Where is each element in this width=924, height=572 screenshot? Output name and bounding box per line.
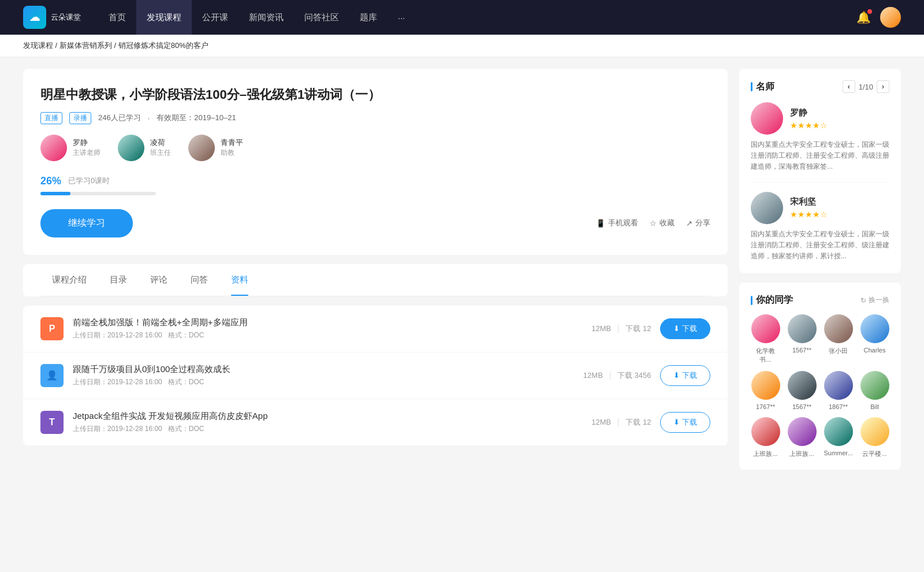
resource-item: T Jetpack全组件实战 开发短视频应用高仿皮皮虾App 上传日期：2019… xyxy=(23,399,728,445)
course-title: 明星中教授课，小学阶段语法100分–强化级第1讲动词（一） xyxy=(40,86,710,104)
classmate-item[interactable]: 1567** xyxy=(787,371,817,410)
tab-资料[interactable]: 资料 xyxy=(219,264,260,296)
panel-teacher-card: 罗静 ★★★★☆ 国内某重点大学安全工程专业硕士，国家一级注册消防工程师、注册安… xyxy=(751,102,889,183)
action-icon: ↗ xyxy=(686,219,692,228)
action-link-手机观看[interactable]: 📱手机观看 xyxy=(596,218,638,228)
nav-item-新闻资讯[interactable]: 新闻资讯 xyxy=(239,0,294,35)
nav-item-发现课程[interactable]: 发现课程 xyxy=(136,0,192,35)
breadcrumb-item[interactable]: 发现课程 xyxy=(23,41,53,50)
teacher-card-header: 罗静 ★★★★☆ xyxy=(751,102,889,135)
classmate-name: Charles xyxy=(864,347,886,354)
record-badge: 录播 xyxy=(69,112,91,124)
resource-info: Jetpack全组件实战 开发短视频应用高仿皮皮虾App 上传日期：2019-1… xyxy=(73,411,582,434)
classmates-panel-header: 你的同学 ↻ 换一换 xyxy=(751,294,889,306)
right-panel: 名师 ‹ 1/10 › 罗静 ★★★★☆ 国内某重点大学安全工程专业硕士，国家一… xyxy=(739,69,901,479)
resource-meta: 上传日期：2019-12-28 16:00 格式：DOC xyxy=(73,377,574,387)
tabs: 课程介绍目录评论问答资料 xyxy=(40,264,710,296)
resource-stats: 12MB 下载 12 xyxy=(591,324,651,334)
refresh-label: 换一换 xyxy=(869,295,889,305)
resource-name: 前端全栈加强版！前端全栈+全周期+多端应用 xyxy=(73,317,582,328)
classmate-item[interactable]: 1567** xyxy=(787,314,817,364)
breadcrumb-separator: / xyxy=(53,41,59,50)
classmate-name: 1767** xyxy=(756,403,775,410)
classmate-item[interactable]: 云平楼... xyxy=(860,417,889,458)
classmate-item[interactable]: 1867** xyxy=(824,371,853,410)
next-page-button[interactable]: › xyxy=(877,80,889,93)
download-button[interactable]: ⬇ 下载 xyxy=(660,412,710,433)
teacher-name: 青青平 xyxy=(221,138,243,148)
valid-until: 有效期至：2019–10–21 xyxy=(157,113,236,123)
nav-item-题库[interactable]: 题库 xyxy=(349,0,388,35)
tab-问答[interactable]: 问答 xyxy=(179,264,219,296)
logo-text: 云朵课堂 xyxy=(51,12,81,23)
live-badge: 直播 xyxy=(40,112,62,124)
classmate-avatar xyxy=(860,371,889,400)
nav-item-公开课[interactable]: 公开课 xyxy=(192,0,239,35)
classmate-item[interactable]: 张小田 xyxy=(824,314,853,364)
course-meta: 直播 录播 246人已学习 · 有效期至：2019–10–21 xyxy=(40,112,710,124)
resource-item: P 前端全栈加强版！前端全栈+全周期+多端应用 上传日期：2019-12-28 … xyxy=(23,306,728,352)
user-avatar[interactable] xyxy=(880,7,901,28)
breadcrumb-item: 销冠修炼术搞定80%的客户 xyxy=(118,41,208,50)
breadcrumb-item[interactable]: 新媒体营销系列 xyxy=(59,41,112,50)
classmate-item[interactable]: 1767** xyxy=(751,371,780,410)
resource-icon: T xyxy=(40,411,64,434)
refresh-classmates-button[interactable]: ↻ 换一换 xyxy=(860,295,889,305)
classmate-item[interactable]: 上班族... xyxy=(751,417,780,458)
logo-icon: ☁ xyxy=(23,6,46,29)
resource-item: 👤 跟随千万级项目从0到100全过程高效成长 上传日期：2019-12-28 1… xyxy=(23,352,728,399)
nav-item-···[interactable]: ··· xyxy=(388,0,416,35)
teacher-role: 班主任 xyxy=(150,148,171,158)
prev-page-button[interactable]: ‹ xyxy=(843,80,855,93)
progress-bar-fill xyxy=(40,192,70,195)
panel-teacher-desc: 国内某重点大学安全工程专业硕士，国家一级注册消防工程师、注册安全工程师、高级注册… xyxy=(751,139,889,173)
course-actions: 继续学习 📱手机观看☆收藏↗分享 xyxy=(40,209,710,237)
continue-learning-button[interactable]: 继续学习 xyxy=(40,209,133,237)
refresh-icon: ↻ xyxy=(860,296,866,304)
classmate-name: 上班族... xyxy=(789,450,814,458)
resource-info: 前端全栈加强版！前端全栈+全周期+多端应用 上传日期：2019-12-28 16… xyxy=(73,317,582,340)
resource-downloads: 下载 3456 xyxy=(617,370,651,381)
classmate-name: 上班族... xyxy=(753,450,777,458)
teacher-stars: ★★★★☆ xyxy=(790,121,828,130)
classmates-panel-title: 你的同学 xyxy=(751,294,793,306)
classmate-avatar xyxy=(751,417,780,446)
action-link-分享[interactable]: ↗分享 xyxy=(686,218,710,228)
teachers-panel: 名师 ‹ 1/10 › 罗静 ★★★★☆ 国内某重点大学安全工程专业硕士，国家一… xyxy=(739,69,901,273)
download-button[interactable]: ⬇ 下载 xyxy=(660,365,710,386)
divider xyxy=(618,325,619,333)
classmates-grid: 化学教书... 1567** 张小田 Charles 1767** 1567**… xyxy=(751,314,889,458)
classmate-name: 1567** xyxy=(792,403,811,410)
nav-item-问答社区[interactable]: 问答社区 xyxy=(294,0,349,35)
teacher-avatar xyxy=(118,135,144,161)
nav-item-首页[interactable]: 首页 xyxy=(98,0,136,35)
download-button[interactable]: ⬇ 下载 xyxy=(660,318,710,339)
panel-teacher-name: 罗静 xyxy=(790,107,828,118)
classmates-panel: 你的同学 ↻ 换一换 化学教书... 1567** 张小田 Charles 17… xyxy=(739,283,901,470)
classmate-name: 1867** xyxy=(829,403,848,410)
action-link-收藏[interactable]: ☆收藏 xyxy=(650,218,675,228)
resources-list: P 前端全栈加强版！前端全栈+全周期+多端应用 上传日期：2019-12-28 … xyxy=(23,306,728,445)
notification-bell[interactable]: 🔔 xyxy=(856,10,871,24)
teacher-avatar xyxy=(40,135,67,161)
teacher-item: 凌荷 班主任 xyxy=(118,135,171,161)
classmate-item[interactable]: 上班族... xyxy=(787,417,817,458)
tab-评论[interactable]: 评论 xyxy=(139,264,179,296)
panel-teacher-info: 宋利坚 ★★★★☆ xyxy=(790,196,828,219)
classmate-avatar xyxy=(788,371,817,400)
tabs-card: 课程介绍目录评论问答资料 xyxy=(23,264,728,296)
nav-right: 🔔 xyxy=(856,7,901,28)
teacher-info: 凌荷 班主任 xyxy=(150,138,171,158)
classmate-name: 1567** xyxy=(792,347,811,354)
classmate-item[interactable]: Bill xyxy=(860,371,889,410)
logo[interactable]: ☁ 云朵课堂 xyxy=(23,6,81,29)
teacher-name: 凌荷 xyxy=(150,138,171,148)
teacher-item: 青青平 助教 xyxy=(188,135,243,161)
classmate-name: Bill xyxy=(870,403,879,410)
resource-icon: 👤 xyxy=(40,364,64,387)
tab-目录[interactable]: 目录 xyxy=(98,264,139,296)
classmate-item[interactable]: 化学教书... xyxy=(751,314,780,364)
classmate-item[interactable]: Charles xyxy=(860,314,889,364)
classmate-item[interactable]: Summer... xyxy=(824,417,853,458)
tab-课程介绍[interactable]: 课程介绍 xyxy=(40,264,98,296)
